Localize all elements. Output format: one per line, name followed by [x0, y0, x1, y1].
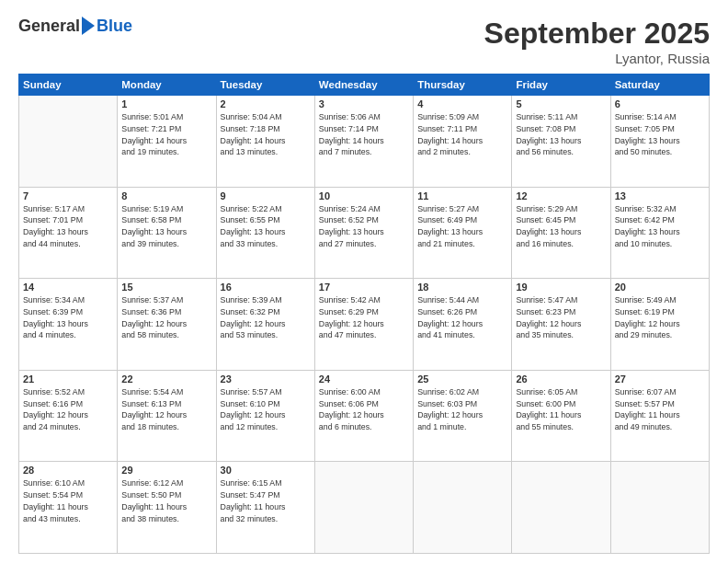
- logo-arrow-icon: [82, 17, 95, 35]
- calendar-cell: 6Sunrise: 5:14 AMSunset: 7:05 PMDaylight…: [610, 96, 709, 188]
- day-number: 8: [121, 190, 211, 201]
- day-info: Sunrise: 5:04 AMSunset: 7:18 PMDaylight:…: [221, 111, 311, 158]
- day-number: 21: [23, 373, 113, 385]
- logo: General Blue: [18, 17, 132, 36]
- day-number: 12: [516, 190, 606, 201]
- day-info: Sunrise: 5:22 AMSunset: 6:55 PMDaylight:…: [221, 203, 311, 250]
- day-number: 11: [417, 190, 507, 201]
- calendar-week-row: 14Sunrise: 5:34 AMSunset: 6:39 PMDayligh…: [19, 279, 710, 371]
- day-info: Sunrise: 5:34 AMSunset: 6:39 PMDaylight:…: [23, 294, 113, 341]
- calendar-cell: 7Sunrise: 5:17 AMSunset: 7:01 PMDaylight…: [19, 187, 118, 279]
- day-number: 25: [417, 373, 507, 385]
- calendar-cell: 26Sunrise: 6:05 AMSunset: 6:00 PMDayligh…: [512, 370, 610, 462]
- day-info: Sunrise: 5:42 AMSunset: 6:29 PMDaylight:…: [319, 294, 409, 341]
- calendar-cell: 4Sunrise: 5:09 AMSunset: 7:11 PMDaylight…: [414, 96, 512, 188]
- day-number: 19: [516, 282, 606, 293]
- calendar-cell: 25Sunrise: 6:02 AMSunset: 6:03 PMDayligh…: [414, 370, 512, 462]
- day-of-week-header: Thursday: [414, 75, 512, 96]
- day-number: 20: [615, 282, 705, 293]
- calendar-cell: 3Sunrise: 5:06 AMSunset: 7:14 PMDaylight…: [314, 96, 413, 188]
- day-number: 18: [417, 282, 507, 293]
- calendar-cell: 29Sunrise: 6:12 AMSunset: 5:50 PMDayligh…: [118, 462, 216, 554]
- day-number: 4: [417, 98, 507, 109]
- day-number: 5: [516, 98, 606, 109]
- day-number: 13: [615, 190, 705, 201]
- day-info: Sunrise: 6:05 AMSunset: 6:00 PMDaylight:…: [516, 386, 606, 433]
- day-number: 1: [121, 98, 211, 109]
- calendar-cell: [414, 462, 512, 554]
- calendar-cell: 9Sunrise: 5:22 AMSunset: 6:55 PMDaylight…: [216, 187, 314, 279]
- logo-blue-text: Blue: [97, 17, 132, 36]
- day-number: 29: [121, 465, 211, 476]
- calendar-cell: 27Sunrise: 6:07 AMSunset: 5:57 PMDayligh…: [610, 370, 709, 462]
- day-info: Sunrise: 5:19 AMSunset: 6:58 PMDaylight:…: [121, 203, 211, 250]
- header: General Blue September 2025 Lyantor, Rus…: [18, 17, 710, 66]
- day-of-week-header: Tuesday: [216, 75, 314, 96]
- calendar-cell: 20Sunrise: 5:49 AMSunset: 6:19 PMDayligh…: [610, 279, 709, 371]
- calendar-cell: 19Sunrise: 5:47 AMSunset: 6:23 PMDayligh…: [512, 279, 610, 371]
- day-of-week-header: Monday: [118, 75, 216, 96]
- day-of-week-header: Sunday: [19, 75, 118, 96]
- calendar-cell: 28Sunrise: 6:10 AMSunset: 5:54 PMDayligh…: [19, 462, 118, 554]
- calendar-cell: [314, 462, 413, 554]
- day-info: Sunrise: 5:09 AMSunset: 7:11 PMDaylight:…: [417, 111, 507, 158]
- calendar-header-row: SundayMondayTuesdayWednesdayThursdayFrid…: [19, 75, 710, 96]
- day-info: Sunrise: 5:24 AMSunset: 6:52 PMDaylight:…: [319, 203, 409, 250]
- calendar-cell: 16Sunrise: 5:39 AMSunset: 6:32 PMDayligh…: [216, 279, 314, 371]
- day-info: Sunrise: 5:11 AMSunset: 7:08 PMDaylight:…: [516, 111, 606, 158]
- calendar-cell: [610, 462, 709, 554]
- day-number: 22: [121, 373, 211, 385]
- day-number: 14: [23, 282, 113, 293]
- day-info: Sunrise: 5:57 AMSunset: 6:10 PMDaylight:…: [221, 386, 311, 433]
- calendar-cell: 5Sunrise: 5:11 AMSunset: 7:08 PMDaylight…: [512, 96, 610, 188]
- day-info: Sunrise: 6:07 AMSunset: 5:57 PMDaylight:…: [615, 386, 705, 433]
- calendar-cell: 10Sunrise: 5:24 AMSunset: 6:52 PMDayligh…: [314, 187, 413, 279]
- day-of-week-header: Wednesday: [314, 75, 413, 96]
- calendar-cell: 15Sunrise: 5:37 AMSunset: 6:36 PMDayligh…: [118, 279, 216, 371]
- calendar-cell: 18Sunrise: 5:44 AMSunset: 6:26 PMDayligh…: [414, 279, 512, 371]
- day-info: Sunrise: 6:12 AMSunset: 5:50 PMDaylight:…: [121, 477, 211, 524]
- calendar-cell: 21Sunrise: 5:52 AMSunset: 6:16 PMDayligh…: [19, 370, 118, 462]
- day-info: Sunrise: 5:37 AMSunset: 6:36 PMDaylight:…: [121, 294, 211, 341]
- calendar-cell: 14Sunrise: 5:34 AMSunset: 6:39 PMDayligh…: [19, 279, 118, 371]
- day-info: Sunrise: 5:14 AMSunset: 7:05 PMDaylight:…: [615, 111, 705, 158]
- calendar-cell: 24Sunrise: 6:00 AMSunset: 6:06 PMDayligh…: [314, 370, 413, 462]
- calendar-week-row: 21Sunrise: 5:52 AMSunset: 6:16 PMDayligh…: [19, 370, 710, 462]
- day-info: Sunrise: 5:17 AMSunset: 7:01 PMDaylight:…: [23, 203, 113, 250]
- day-number: 23: [221, 373, 311, 385]
- day-info: Sunrise: 6:02 AMSunset: 6:03 PMDaylight:…: [417, 386, 507, 433]
- day-info: Sunrise: 5:47 AMSunset: 6:23 PMDaylight:…: [516, 294, 606, 341]
- day-number: 17: [319, 282, 409, 293]
- calendar-cell: 8Sunrise: 5:19 AMSunset: 6:58 PMDaylight…: [118, 187, 216, 279]
- calendar-cell: [19, 96, 118, 188]
- calendar-cell: 23Sunrise: 5:57 AMSunset: 6:10 PMDayligh…: [216, 370, 314, 462]
- day-info: Sunrise: 5:52 AMSunset: 6:16 PMDaylight:…: [23, 386, 113, 433]
- calendar-cell: 1Sunrise: 5:01 AMSunset: 7:21 PMDaylight…: [118, 96, 216, 188]
- month-title: September 2025: [484, 17, 710, 51]
- day-number: 3: [319, 98, 409, 109]
- location: Lyantor, Russia: [484, 51, 710, 66]
- day-of-week-header: Saturday: [610, 75, 709, 96]
- day-number: 2: [221, 98, 311, 109]
- day-info: Sunrise: 5:32 AMSunset: 6:42 PMDaylight:…: [615, 203, 705, 250]
- day-info: Sunrise: 5:44 AMSunset: 6:26 PMDaylight:…: [417, 294, 507, 341]
- calendar-cell: 30Sunrise: 6:15 AMSunset: 5:47 PMDayligh…: [216, 462, 314, 554]
- day-info: Sunrise: 6:15 AMSunset: 5:47 PMDaylight:…: [221, 477, 311, 524]
- day-info: Sunrise: 5:49 AMSunset: 6:19 PMDaylight:…: [615, 294, 705, 341]
- calendar-week-row: 28Sunrise: 6:10 AMSunset: 5:54 PMDayligh…: [19, 462, 710, 554]
- day-info: Sunrise: 5:39 AMSunset: 6:32 PMDaylight:…: [221, 294, 311, 341]
- calendar-cell: 22Sunrise: 5:54 AMSunset: 6:13 PMDayligh…: [118, 370, 216, 462]
- day-info: Sunrise: 5:01 AMSunset: 7:21 PMDaylight:…: [121, 111, 211, 158]
- day-number: 30: [221, 465, 311, 476]
- calendar-cell: 12Sunrise: 5:29 AMSunset: 6:45 PMDayligh…: [512, 187, 610, 279]
- day-of-week-header: Friday: [512, 75, 610, 96]
- day-number: 10: [319, 190, 409, 201]
- calendar-cell: [512, 462, 610, 554]
- day-number: 6: [615, 98, 705, 109]
- day-number: 15: [121, 282, 211, 293]
- day-info: Sunrise: 6:00 AMSunset: 6:06 PMDaylight:…: [319, 386, 409, 433]
- day-number: 16: [221, 282, 311, 293]
- day-number: 7: [23, 190, 113, 201]
- calendar-week-row: 1Sunrise: 5:01 AMSunset: 7:21 PMDaylight…: [19, 96, 710, 188]
- calendar-cell: 11Sunrise: 5:27 AMSunset: 6:49 PMDayligh…: [414, 187, 512, 279]
